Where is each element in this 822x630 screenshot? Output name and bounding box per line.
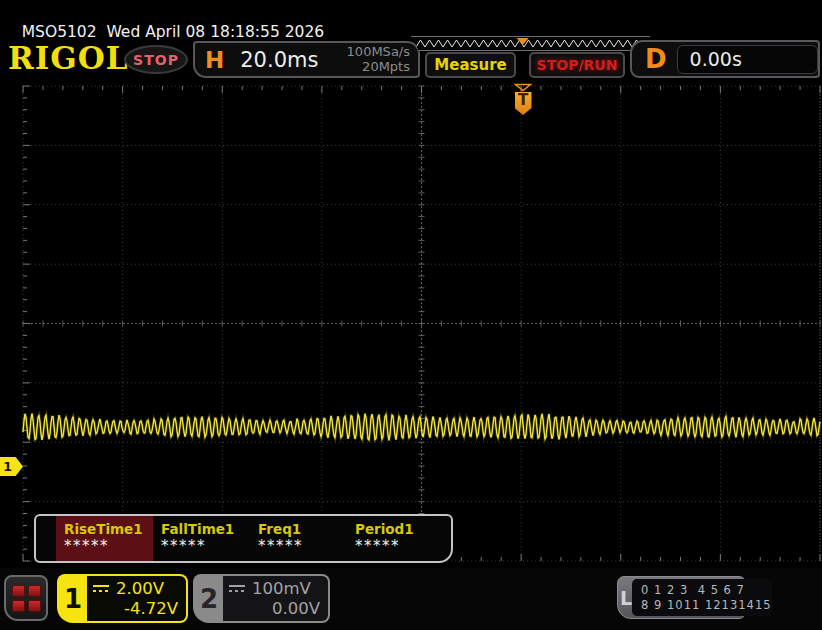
channel1-marker-label: 1	[0, 459, 15, 474]
delay-d-icon: D	[645, 44, 667, 74]
measurement-risetime[interactable]: RiseTime1 *****	[56, 516, 153, 561]
channel2-status-block[interactable]: 2 100mV 0.00V	[193, 574, 330, 623]
delay-value-box: 0.00s	[677, 45, 818, 74]
trigger-delay-panel[interactable]: D 0.00s	[630, 40, 820, 78]
graticule-grid-and-waveform	[0, 85, 822, 562]
sample-rate: 100MSa/s	[347, 45, 410, 60]
logic-analyzer-block[interactable]: L 0 1 2 3 4 5 6 7 8 9 1011 12131415	[617, 576, 746, 619]
waveform-overview-zigzag-icon	[412, 37, 649, 50]
horizontal-h-icon: H	[205, 47, 224, 73]
acquisition-state-label: STOP	[133, 52, 179, 68]
dc-coupling-icon	[229, 585, 245, 593]
digital-channels-row1: 0 1 2 3 4 5 6 7	[641, 583, 771, 597]
measurement-falltime[interactable]: FallTime1 *****	[153, 516, 250, 561]
measurement-freq[interactable]: Freq1 *****	[250, 516, 347, 561]
channel2-info: 100mV 0.00V	[223, 576, 328, 621]
channel2-scale: 100mV	[252, 579, 311, 598]
measurement-value: *****	[258, 537, 347, 555]
measurement-value: *****	[161, 537, 250, 555]
dc-coupling-icon	[93, 585, 109, 593]
measure-button[interactable]: Measure	[425, 52, 516, 78]
logic-analyzer-channels: 0 1 2 3 4 5 6 7 8 9 1011 12131415	[632, 579, 771, 616]
measurement-label: RiseTime1	[64, 521, 153, 537]
trigger-position-arrow-icon[interactable]	[514, 83, 532, 92]
measurement-results-panel: RiseTime1 ***** FallTime1 ***** Freq1 **…	[34, 514, 453, 563]
logic-analyzer-l-label: L	[620, 579, 632, 616]
digital-channels-row2: 8 9 1011 12131415	[641, 598, 771, 612]
channel1-status-block[interactable]: 1 2.00V -4.72V	[57, 574, 188, 623]
rigol-logo: RIGOL	[8, 40, 129, 76]
waveform-display-area: T 1	[0, 85, 822, 562]
channel1-number-tab: 1	[59, 576, 87, 621]
measurement-label: Period1	[355, 521, 444, 537]
model-and-datetime: MSO5102 Wed April 08 18:18:55 2026	[22, 23, 324, 41]
acquisition-info: 100MSa/s 20Mpts	[347, 45, 410, 75]
channel1-scale: 2.00V	[116, 579, 164, 598]
menu-grid-square-icon	[12, 585, 25, 597]
measurement-value: *****	[355, 537, 444, 555]
menu-grid-button[interactable]	[4, 575, 48, 621]
oscilloscope-screen: MSO5102 Wed April 08 18:18:55 2026 RIGOL…	[0, 0, 822, 630]
memory-depth: 20Mpts	[347, 60, 410, 75]
acquisition-state-badge[interactable]: STOP	[124, 45, 188, 74]
menu-grid-square-icon	[28, 585, 41, 597]
timebase-value: 20.0ms	[240, 48, 318, 72]
horizontal-position-bar[interactable]	[411, 36, 650, 51]
measurement-period[interactable]: Period1 *****	[347, 516, 444, 561]
menu-grid-square-icon	[28, 600, 41, 612]
bottom-channel-bar: 1 2.00V -4.72V 2 100mV 0.00V L	[0, 568, 822, 630]
menu-grid-square-icon	[12, 600, 25, 612]
channel1-info: 2.00V -4.72V	[87, 576, 186, 621]
delay-value: 0.00s	[690, 48, 742, 70]
stop-run-button[interactable]: STOP/RUN	[529, 52, 625, 78]
horizontal-settings-panel[interactable]: H 20.0ms 100MSa/s 20Mpts	[193, 41, 420, 78]
trigger-t-label: T	[518, 92, 528, 108]
measurement-label: FallTime1	[161, 521, 250, 537]
channel1-offset: -4.72V	[93, 599, 178, 618]
measurement-label: Freq1	[258, 521, 347, 537]
channel2-number-tab: 2	[195, 576, 223, 621]
measurement-value: *****	[64, 537, 153, 555]
channel2-offset: 0.00V	[229, 599, 320, 618]
